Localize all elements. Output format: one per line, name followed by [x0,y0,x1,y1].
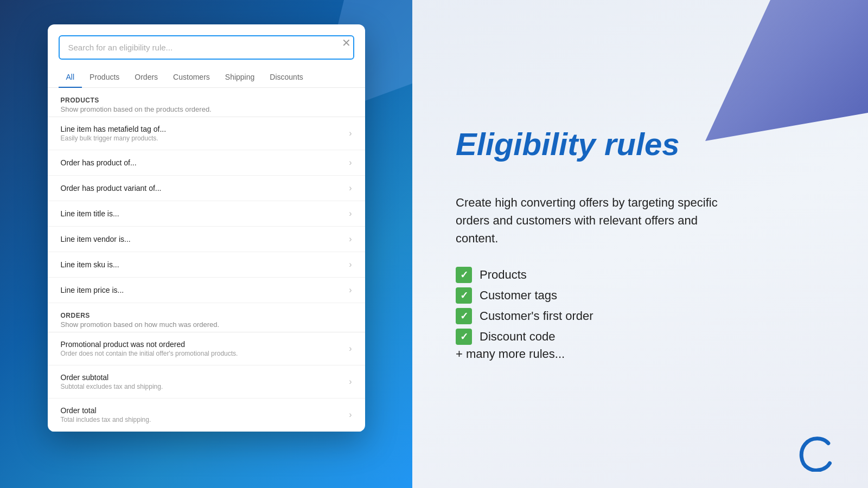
list-item-title: Line item title is... [61,209,344,218]
list-item-content: Order has product variant of... [61,184,344,192]
list-item-desc: Order does not contain the initial offer… [61,350,344,357]
list-item-title: Line item sku is... [61,260,344,269]
page-title: Eligibility rules [456,127,825,162]
list-item-content: Line item title is... [61,209,344,218]
list-item-content: Order total Total includes tax and shipp… [61,406,344,423]
checkbox-products [456,267,472,283]
checkbox-customer-tags [456,287,472,304]
modal-body: PRODUCTS Show promotion based on the pro… [48,88,365,432]
chevron-icon: › [349,183,352,193]
list-item-desc: Total includes tax and shipping. [61,416,344,423]
chevron-icon: › [349,234,352,244]
chevron-icon: › [349,260,352,269]
chevron-icon: › [349,377,352,387]
list-item[interactable]: Line item price is... › [48,278,365,303]
list-item-title: Promotional product was not ordered [61,340,344,349]
list-item-desc: Subtotal excludes tax and shipping. [61,383,344,390]
list-item-content: Line item vendor is... [61,235,344,243]
chevron-icon: › [349,209,352,219]
list-item[interactable]: Promotional product was not ordered Orde… [48,332,365,365]
products-section-desc: Show promotion based on the products ord… [61,105,352,113]
list-item-title: Order has product variant of... [61,184,344,192]
checkbox-discount-code [456,329,472,345]
feature-label-discount-code: Discount code [480,330,555,344]
eligibility-modal: ✕ All Products Orders Customers Shipping… [48,24,365,432]
list-item-desc: Easily bulk trigger many products. [61,134,344,142]
list-item-content: Order has product of... [61,158,344,167]
feature-list: Products Customer tags Customer's first … [456,267,825,345]
list-item-title: Line item vendor is... [61,235,344,243]
list-item-title: Line item has metafield tag of... [61,125,344,133]
orders-section-desc: Show promotion based on how much was ord… [61,320,352,329]
close-button[interactable]: ✕ [339,35,354,50]
checkbox-first-order [456,308,472,324]
list-item[interactable]: Line item vendor is... › [48,227,365,252]
chevron-icon: › [349,410,352,420]
chevron-icon: › [349,285,352,295]
list-item-title: Order has product of... [61,158,344,167]
feature-label-products: Products [480,268,527,282]
right-description: Create high converting offers by targeti… [456,194,738,247]
feature-item-discount-code: Discount code [456,329,825,345]
tabs-container: All Products Orders Customers Shipping D… [48,67,365,88]
crescendo-logo [797,434,835,472]
chevron-icon: › [349,129,352,138]
feature-label-customer-tags: Customer tags [480,288,557,303]
list-item-title: Line item price is... [61,286,344,294]
tab-customers[interactable]: Customers [165,67,218,88]
list-item[interactable]: Order has product of... › [48,150,365,176]
more-rules-text: + many more rules... [456,347,825,361]
feature-item-customer-tags: Customer tags [456,287,825,304]
list-item-title: Order total [61,406,344,415]
feature-item-first-order: Customer's first order [456,308,825,324]
close-icon: ✕ [342,36,351,49]
feature-item-products: Products [456,267,825,283]
products-section-title: PRODUCTS [61,97,352,104]
list-item-content: Line item has metafield tag of... Easily… [61,125,344,142]
tab-products[interactable]: Products [82,67,127,88]
list-item-content: Line item price is... [61,286,344,294]
right-panel: Eligibility rules Create high converting… [412,0,868,488]
orders-section-header: ORDERS Show promotion based on how much … [48,303,365,332]
list-item-title: Order subtotal [61,373,344,382]
products-section-header: PRODUCTS Show promotion based on the pro… [48,88,365,117]
tab-all[interactable]: All [59,67,82,88]
list-item[interactable]: Order has product variant of... › [48,176,365,201]
list-item[interactable]: Line item sku is... › [48,252,365,278]
chevron-icon: › [349,158,352,168]
search-wrapper [59,35,354,60]
list-item-content: Order subtotal Subtotal excludes tax and… [61,373,344,390]
search-input[interactable] [59,35,354,60]
tab-shipping[interactable]: Shipping [218,67,263,88]
list-item[interactable]: Order total Total includes tax and shipp… [48,399,365,432]
tab-discounts[interactable]: Discounts [262,67,310,88]
modal-header: ✕ [48,24,365,60]
list-item-content: Line item sku is... [61,260,344,269]
left-panel: ✕ All Products Orders Customers Shipping… [0,0,412,488]
chevron-icon: › [349,344,352,354]
tab-orders[interactable]: Orders [127,67,165,88]
orders-section-title: ORDERS [61,312,352,319]
list-item-content: Promotional product was not ordered Orde… [61,340,344,357]
list-item[interactable]: Order subtotal Subtotal excludes tax and… [48,365,365,399]
feature-label-first-order: Customer's first order [480,309,593,323]
list-item[interactable]: Line item has metafield tag of... Easily… [48,117,365,150]
list-item[interactable]: Line item title is... › [48,201,365,227]
